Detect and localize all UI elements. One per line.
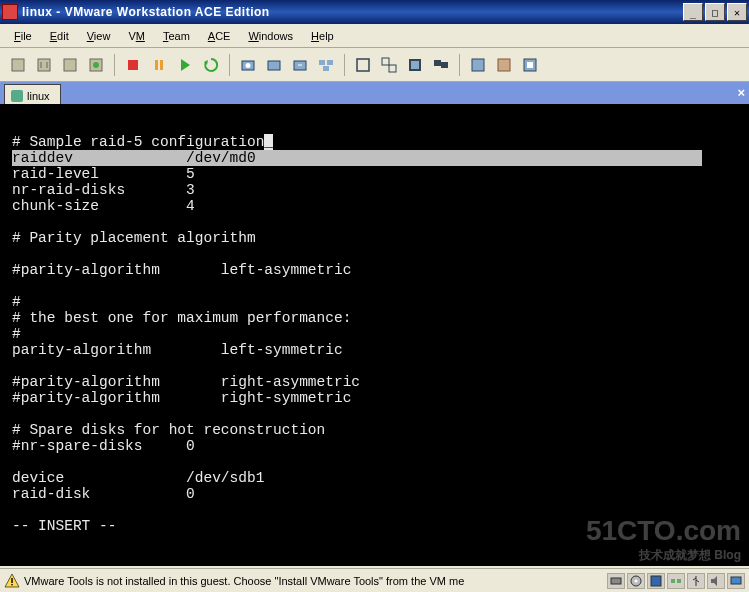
power-off-icon[interactable]: [6, 53, 30, 77]
menubar: File Edit View VM Team ACE Windows Help: [0, 24, 749, 48]
tray-sound-icon[interactable]: [707, 573, 725, 589]
svg-marker-37: [711, 576, 717, 586]
svg-point-4: [93, 62, 99, 68]
svg-rect-19: [389, 65, 396, 72]
console-icon[interactable]: [403, 53, 427, 77]
svg-rect-0: [12, 59, 24, 71]
window-controls: _ □ ✕: [683, 3, 747, 21]
appliance-icon[interactable]: [492, 53, 516, 77]
svg-rect-25: [498, 59, 510, 71]
menu-windows[interactable]: Windows: [240, 28, 301, 44]
svg-rect-31: [611, 578, 621, 584]
tab-vm-icon: [11, 90, 23, 102]
tray-floppy-icon[interactable]: [647, 573, 665, 589]
minimize-button[interactable]: _: [683, 3, 703, 21]
fullscreen-icon[interactable]: [351, 53, 375, 77]
reset-icon[interactable]: [58, 53, 82, 77]
tray-usb-icon[interactable]: [687, 573, 705, 589]
summary-icon[interactable]: [466, 53, 490, 77]
svg-rect-5: [128, 60, 138, 70]
menu-help[interactable]: Help: [303, 28, 342, 44]
svg-rect-38: [731, 577, 741, 584]
statusbar: VMware Tools is not installed in this gu…: [0, 568, 749, 592]
menu-file[interactable]: File: [6, 28, 40, 44]
menu-vm[interactable]: VM: [120, 28, 153, 44]
terminal-view[interactable]: # Sample raid-5 configuration_ raiddev /…: [0, 104, 749, 566]
menu-view[interactable]: View: [79, 28, 119, 44]
menu-edit[interactable]: Edit: [42, 28, 77, 44]
svg-rect-14: [319, 60, 325, 65]
toolbar: [0, 48, 749, 82]
svg-rect-21: [411, 61, 419, 69]
device-tray: [607, 573, 745, 589]
svg-rect-2: [64, 59, 76, 71]
svg-rect-6: [155, 60, 158, 70]
svg-rect-1: [38, 59, 50, 71]
toolbar-separator: [229, 54, 230, 76]
svg-rect-12: [268, 61, 280, 70]
svg-rect-17: [357, 59, 369, 71]
tray-network-icon[interactable]: [667, 573, 685, 589]
tray-cd-icon[interactable]: [627, 573, 645, 589]
toolbar-separator: [459, 54, 460, 76]
pause-icon[interactable]: [147, 53, 171, 77]
tray-hdd-icon[interactable]: [607, 573, 625, 589]
stop-icon[interactable]: [121, 53, 145, 77]
svg-rect-27: [527, 62, 533, 68]
toolbar-separator: [114, 54, 115, 76]
multimon-icon[interactable]: [429, 53, 453, 77]
unity-icon[interactable]: [377, 53, 401, 77]
svg-rect-36: [677, 579, 681, 583]
manage-snapshot-icon[interactable]: [262, 53, 286, 77]
svg-rect-30: [11, 584, 12, 585]
svg-rect-18: [382, 58, 389, 65]
close-button[interactable]: ✕: [727, 3, 747, 21]
svg-rect-7: [160, 60, 163, 70]
toolbar-separator: [344, 54, 345, 76]
status-message: VMware Tools is not installed in this gu…: [24, 575, 607, 587]
svg-rect-24: [472, 59, 484, 71]
svg-marker-8: [181, 59, 190, 71]
play-icon[interactable]: [173, 53, 197, 77]
warning-icon: [4, 573, 20, 589]
recycle-icon[interactable]: [199, 53, 223, 77]
svg-point-33: [635, 579, 638, 582]
document-tabbar: linux ×: [0, 82, 749, 104]
titlebar: linux - VMware Workstation ACE Edition _…: [0, 0, 749, 24]
svg-rect-35: [671, 579, 675, 583]
svg-rect-16: [323, 66, 329, 71]
svg-rect-29: [11, 578, 12, 583]
menu-ace[interactable]: ACE: [200, 28, 239, 44]
tab-linux[interactable]: linux: [4, 84, 61, 104]
tray-display-icon[interactable]: [727, 573, 745, 589]
quickswitch-icon[interactable]: [518, 53, 542, 77]
svg-rect-34: [651, 576, 661, 586]
app-icon: [2, 4, 18, 20]
svg-point-11: [246, 63, 251, 68]
snapshot-icon[interactable]: [236, 53, 260, 77]
menu-team[interactable]: Team: [155, 28, 198, 44]
svg-rect-15: [327, 60, 333, 65]
suspend-icon[interactable]: [32, 53, 56, 77]
tab-label: linux: [27, 90, 50, 102]
revert-icon[interactable]: [288, 53, 312, 77]
window-title: linux - VMware Workstation ACE Edition: [22, 5, 683, 19]
tab-close-icon[interactable]: ×: [737, 85, 745, 100]
maximize-button[interactable]: □: [705, 3, 725, 21]
snapshot-mgr-icon[interactable]: [314, 53, 338, 77]
poweron-icon[interactable]: [84, 53, 108, 77]
svg-rect-23: [441, 62, 448, 68]
svg-rect-22: [434, 60, 441, 66]
